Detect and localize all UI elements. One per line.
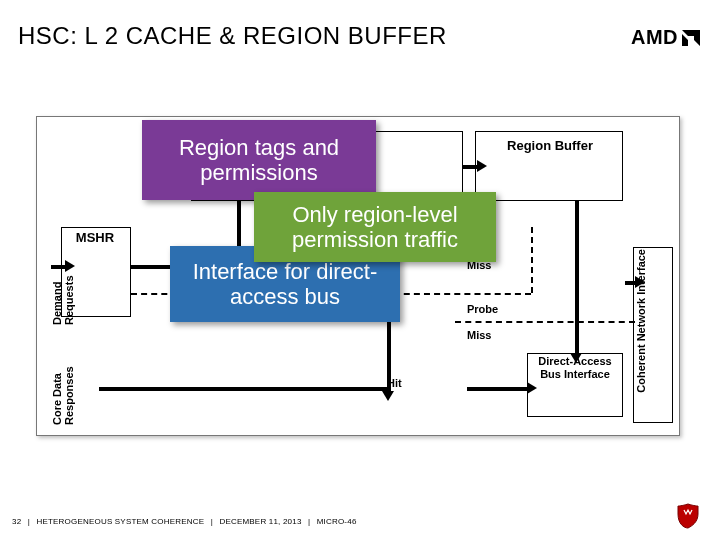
label-region-buffer: Region Buffer <box>487 139 613 154</box>
label-probe: Probe <box>467 303 498 315</box>
footer-sep: | <box>28 517 30 526</box>
label-coherent-network-interface: Coherent Network Interface <box>635 249 671 393</box>
arrow <box>51 265 65 269</box>
arrow <box>99 387 389 391</box>
footer-venue: MICRO-46 <box>317 517 357 526</box>
slide-title: HSC: L 2 CACHE & REGION BUFFER <box>18 22 447 50</box>
arrow <box>463 165 477 169</box>
amd-logo-text: AMD <box>631 26 678 49</box>
university-crest-icon <box>674 502 702 530</box>
arrow <box>575 201 579 353</box>
footer-sep: | <box>308 517 310 526</box>
slide-footer: 32 | HETEROGENEOUS SYSTEM COHERENCE | DE… <box>12 517 357 526</box>
label-miss-3: Miss <box>467 329 491 341</box>
arrow <box>625 281 635 285</box>
amd-logo-mark-icon <box>682 30 700 46</box>
label-mshr: MSHR <box>67 231 123 246</box>
footer-talk: HETEROGENEOUS SYSTEM COHERENCE <box>36 517 204 526</box>
amd-logo: AMD <box>631 26 700 49</box>
dashed-wire <box>531 227 533 293</box>
footer-date: DECEMBER 11, 2013 <box>219 517 301 526</box>
footer-sep: | <box>211 517 213 526</box>
callout-region-tags: Region tags and permissions <box>142 120 376 200</box>
label-core-data-responses: Core Data Responses <box>51 325 75 425</box>
dashed-wire <box>455 321 635 323</box>
footer-page: 32 <box>12 517 21 526</box>
callout-region-permission-traffic: Only region-level permission traffic <box>254 192 496 262</box>
arrow <box>467 387 527 391</box>
label-demand-requests: Demand Requests <box>51 235 75 325</box>
